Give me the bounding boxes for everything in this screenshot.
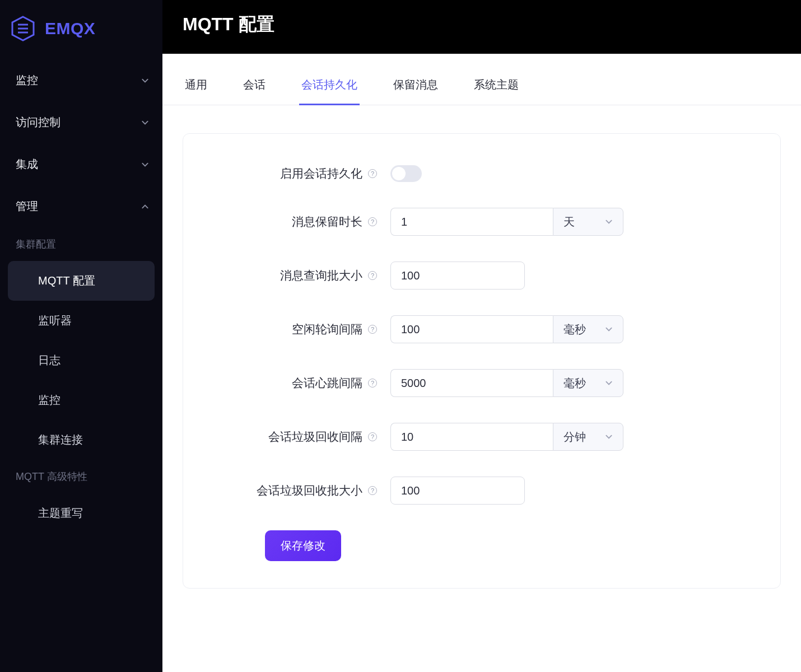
nav-group-label: 管理 [16,199,38,214]
help-icon[interactable]: ? [368,325,377,334]
row-batch-size: 消息查询批大小 ? [217,262,747,290]
nav-item-label: 集群连接 [38,433,83,446]
logo-icon [9,15,37,43]
row-retention: 消息保留时长 ? 天 [217,208,747,236]
help-icon[interactable]: ? [368,169,377,178]
retention-unit-select[interactable]: 天 [553,208,623,236]
nav-group-label: 访问控制 [16,115,60,130]
sidebar: EMQX 监控 访问控制 集成 管理 集群配置 [0,0,162,672]
label-idle-poll: 空闲轮询间隔 [292,321,362,337]
nav-group-management[interactable]: 管理 [0,185,162,227]
chevron-down-icon [605,218,613,226]
help-icon[interactable]: ? [368,217,377,226]
row-gc-batch: 会话垃圾回收批大小 ? [217,477,747,505]
page-title: MQTT 配置 [183,12,781,37]
tab-session-persistence[interactable]: 会话持久化 [299,69,360,105]
nav-item-label: 主题重写 [38,507,83,519]
nav-item-topic-rewrite[interactable]: 主题重写 [0,493,162,533]
nav-group-access-control[interactable]: 访问控制 [0,101,162,143]
tabs: 通用 会话 会话持久化 保留消息 系统主题 [162,54,801,105]
tab-retained[interactable]: 保留消息 [391,69,440,105]
nav-item-label: 监控 [38,394,60,406]
main: MQTT 配置 通用 会话 会话持久化 保留消息 系统主题 启用会话持久化 ? [162,0,801,672]
logo-area: EMQX [0,0,162,57]
label-batch-size: 消息查询批大小 [280,268,362,283]
idle-poll-unit-select[interactable]: 毫秒 [553,315,623,343]
nav-group-label: 监控 [16,73,38,88]
batch-size-input[interactable] [390,262,525,290]
unit-value: 天 [564,214,575,230]
label-heartbeat: 会话心跳间隔 [292,375,362,391]
nav-group-monitoring[interactable]: 监控 [0,59,162,101]
nav-item-mqtt-config[interactable]: MQTT 配置 [8,261,155,301]
row-enable: 启用会话持久化 ? [217,165,747,182]
unit-value: 分钟 [564,430,586,445]
nav-item-listeners[interactable]: 监听器 [0,301,162,340]
nav-item-cluster-connection[interactable]: 集群连接 [0,420,162,460]
idle-poll-input[interactable] [390,315,553,343]
chevron-down-icon [605,325,613,333]
row-gc-interval: 会话垃圾回收间隔 ? 分钟 [217,423,747,451]
nav-group-label: 集成 [16,157,38,172]
label-gc-interval: 会话垃圾回收间隔 [268,429,362,445]
nav-section-mqtt-advanced: MQTT 高级特性 [0,460,162,493]
heartbeat-input[interactable] [390,369,553,397]
nav-group-integration[interactable]: 集成 [0,143,162,185]
chevron-down-icon [141,161,149,169]
nav: 监控 访问控制 集成 管理 集群配置 MQTT 配置 监听器 [0,57,162,533]
chevron-down-icon [605,379,613,387]
gc-batch-input[interactable] [390,477,525,505]
heartbeat-unit-select[interactable]: 毫秒 [553,369,623,397]
row-heartbeat: 会话心跳间隔 ? 毫秒 [217,369,747,397]
help-icon[interactable]: ? [368,271,377,280]
help-icon[interactable]: ? [368,486,377,495]
enable-switch[interactable] [390,165,422,182]
label-retention: 消息保留时长 [292,214,362,230]
help-icon[interactable]: ? [368,379,377,388]
tab-system-topic[interactable]: 系统主题 [472,69,521,105]
nav-item-label: MQTT 配置 [38,274,95,287]
gc-interval-input[interactable] [390,423,553,451]
form-actions: 保存修改 [217,530,747,561]
nav-item-label: 监听器 [38,314,72,326]
chevron-down-icon [141,119,149,127]
chevron-up-icon [141,203,149,211]
nav-sub-management: 集群配置 MQTT 配置 监听器 日志 监控 集群连接 MQTT 高级特性 主题… [0,227,162,533]
row-idle-poll: 空闲轮询间隔 ? 毫秒 [217,315,747,343]
gc-interval-unit-select[interactable]: 分钟 [553,423,623,451]
nav-item-logs[interactable]: 日志 [0,340,162,380]
chevron-down-icon [141,77,149,85]
nav-item-monitoring[interactable]: 监控 [0,380,162,420]
save-button[interactable]: 保存修改 [265,530,341,561]
topbar: MQTT 配置 [162,0,801,54]
retention-input[interactable] [390,208,553,236]
unit-value: 毫秒 [564,322,586,337]
nav-section-cluster: 集群配置 [0,227,162,261]
label-gc-batch: 会话垃圾回收批大小 [257,483,362,498]
form-panel: 启用会话持久化 ? 消息保留时长 ? 天 [183,133,781,589]
tab-general[interactable]: 通用 [183,69,209,105]
brand-text: EMQX [45,19,95,38]
unit-value: 毫秒 [564,376,586,391]
chevron-down-icon [605,433,613,441]
tab-session[interactable]: 会话 [241,69,268,105]
content: 通用 会话 会话持久化 保留消息 系统主题 启用会话持久化 ? 消息保留时长 ? [162,54,801,672]
nav-item-label: 日志 [38,354,60,366]
label-enable: 启用会话持久化 [280,166,362,181]
help-icon[interactable]: ? [368,432,377,441]
